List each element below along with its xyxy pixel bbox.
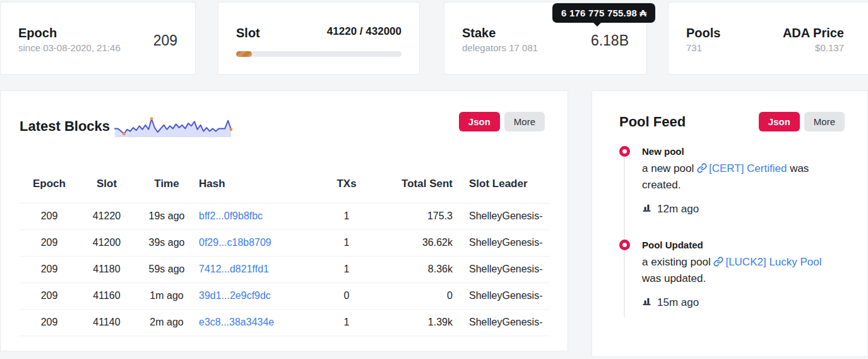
feed-time-icon xyxy=(642,203,651,216)
blocks-json-button[interactable]: Json xyxy=(459,112,500,131)
cell-slot-leader: ShelleyGenesis- xyxy=(453,203,550,229)
stake-tooltip-value: 6 176 775 755.98 ₳ xyxy=(561,8,646,18)
slot-progress-bar xyxy=(236,51,401,57)
cell-total-sent: 175.3 xyxy=(377,203,453,229)
pool-link[interactable]: [CERT] Certified xyxy=(697,162,787,174)
stake-subtitle: delegators 17 081 xyxy=(462,42,538,53)
feed-item: New poola new pool [CERT] Certified was … xyxy=(619,146,845,216)
col-header-total-sent: Total Sent xyxy=(377,165,453,203)
col-header-time: Time xyxy=(134,165,199,203)
cell-time: 59s ago xyxy=(134,256,199,283)
slot-card: Slot 41220 / 432000 xyxy=(218,2,420,75)
hash-link[interactable]: e3c8...38a3434e xyxy=(199,317,274,327)
cell-txs: 0 xyxy=(316,283,377,309)
feed-item-text: a new pool [CERT] Certified was created. xyxy=(642,161,833,193)
cell-time: 39s ago xyxy=(134,229,199,256)
cell-total-sent: 0 xyxy=(377,283,453,309)
cell-time: 19s ago xyxy=(134,203,199,229)
cell-hash: 0f29...c18b8709 xyxy=(199,229,316,256)
feed-item: Pool Updateda existing pool [LUCK2] Luck… xyxy=(619,240,845,309)
cell-slot: 41140 xyxy=(79,309,134,336)
latest-blocks-panel: Latest Blocks Json More Epoch Slot Time … xyxy=(0,90,568,351)
latest-blocks-title: Latest Blocks xyxy=(20,116,110,137)
cell-txs: 1 xyxy=(316,256,377,283)
col-header-epoch: Epoch xyxy=(20,165,79,203)
feed-json-button[interactable]: Json xyxy=(759,112,800,131)
hash-link[interactable]: bff2...0f9b8fbc xyxy=(199,210,263,221)
slot-title: Slot xyxy=(236,25,260,40)
pool-link[interactable]: [LUCK2] Lucky Pool xyxy=(713,256,821,268)
chain-link-icon xyxy=(697,163,707,173)
cell-epoch: 209 xyxy=(20,203,79,229)
cell-total-sent: 1.39k xyxy=(377,309,453,336)
cell-slot: 41160 xyxy=(79,283,134,309)
col-header-slot-leader: Slot Leader xyxy=(453,165,550,203)
cell-slot: 41200 xyxy=(79,229,134,256)
cell-txs: 1 xyxy=(316,229,377,256)
pools-value: 731 xyxy=(686,42,720,53)
feed-time-icon xyxy=(642,296,651,309)
slot-progress-fill xyxy=(236,51,252,57)
table-row: 2094122019s agobff2...0f9b8fbc1175.3Shel… xyxy=(20,203,550,229)
feed-item-time: 15m ago xyxy=(657,296,699,309)
cell-slot-leader: ShelleyGenesis- xyxy=(453,283,550,309)
feed-item-text: a existing pool [LUCK2] Lucky Pool was u… xyxy=(642,254,833,287)
ada-price-value: $0.137 xyxy=(783,42,844,53)
pool-feed-title: Pool Feed xyxy=(619,112,686,132)
activity-bars-icon xyxy=(642,296,651,306)
cell-epoch: 209 xyxy=(20,256,79,283)
hash-link[interactable]: 0f29...c18b8709 xyxy=(199,237,271,248)
cell-slot-leader: ShelleyGenesis- xyxy=(453,309,550,336)
epoch-subtitle: since 03-08-2020, 21:46 xyxy=(18,42,121,53)
cell-slot: 41180 xyxy=(79,256,134,283)
cell-total-sent: 36.62k xyxy=(377,229,453,256)
cell-hash: 39d1...2e9cf9dc xyxy=(199,283,316,309)
cell-epoch: 209 xyxy=(20,283,79,309)
pools-card: Pools 731 ADA Price $0.137 xyxy=(668,2,868,75)
feed-item-title: Pool Updated xyxy=(642,240,833,250)
pools-title: Pools xyxy=(686,25,720,40)
cell-epoch: 209 xyxy=(20,309,79,336)
latest-blocks-table: Epoch Slot Time Hash TXs Total Sent Slot… xyxy=(20,165,550,336)
feed-item-time: 12m ago xyxy=(657,203,699,216)
table-row: 209411402m agoe3c8...38a3434e11.39kShell… xyxy=(20,309,550,336)
feed-more-button[interactable]: More xyxy=(804,112,845,131)
pool-feed-panel: Pool Feed Json More New poola new pool [… xyxy=(592,90,868,357)
blocks-sparkline-chart xyxy=(114,117,232,141)
stake-title: Stake xyxy=(462,25,538,40)
chain-link-icon xyxy=(713,257,723,267)
cell-epoch: 209 xyxy=(20,229,79,256)
cell-hash: bff2...0f9b8fbc xyxy=(199,203,316,229)
cell-txs: 1 xyxy=(316,203,377,229)
blocks-more-button[interactable]: More xyxy=(504,112,545,131)
cell-slot-leader: ShelleyGenesis- xyxy=(453,256,550,283)
cell-hash: e3c8...38a3434e xyxy=(199,309,316,336)
table-row: 2094118059s ago7412...d821ffd118.36kShel… xyxy=(20,256,550,283)
feed-item-title: New pool xyxy=(642,146,833,157)
table-row: 2094120039s ago0f29...c18b8709136.62kShe… xyxy=(20,229,550,256)
cell-hash: 7412...d821ffd1 xyxy=(199,256,316,283)
stake-value: 6.18B xyxy=(591,32,629,49)
stake-tooltip: 6 176 775 755.98 ₳ xyxy=(552,3,655,23)
epoch-title: Epoch xyxy=(18,25,121,40)
slot-value: 41220 / 432000 xyxy=(327,25,401,38)
col-header-hash: Hash xyxy=(199,165,316,203)
activity-bars-icon xyxy=(642,203,651,212)
table-header-row: Epoch Slot Time Hash TXs Total Sent Slot… xyxy=(20,165,550,203)
col-header-txs: TXs xyxy=(316,165,377,203)
hash-link[interactable]: 39d1...2e9cf9dc xyxy=(199,290,271,301)
hash-link[interactable]: 7412...d821ffd1 xyxy=(199,264,269,274)
epoch-card: Epoch since 03-08-2020, 21:46 209 xyxy=(0,2,196,75)
cell-slot: 41220 xyxy=(79,203,134,229)
feed-marker-icon xyxy=(619,240,630,250)
col-header-slot: Slot xyxy=(79,165,134,203)
cell-slot-leader: ShelleyGenesis- xyxy=(453,229,550,256)
ada-price-title: ADA Price xyxy=(783,25,844,40)
table-row: 209411601m ago39d1...2e9cf9dc00ShelleyGe… xyxy=(20,283,550,309)
cell-total-sent: 8.36k xyxy=(377,256,453,283)
cell-time: 1m ago xyxy=(134,283,199,309)
epoch-value: 209 xyxy=(153,32,177,49)
cell-time: 2m ago xyxy=(134,309,199,336)
cell-txs: 1 xyxy=(316,309,377,336)
feed-marker-icon xyxy=(619,146,630,157)
